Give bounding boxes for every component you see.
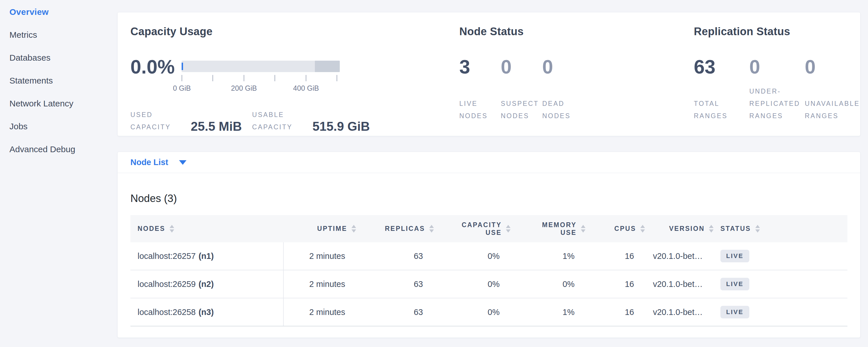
used-capacity-value: 25.5 MiB — [191, 120, 242, 133]
table-row-node-2[interactable]: localhost:26259 (n2) 2 minutes 63 0% 0% … — [130, 270, 847, 298]
under-replicated-ranges-stat: 0 UNDER-REPLICATED RANGES — [749, 56, 805, 122]
live-nodes-label: LIVE NODES — [459, 98, 501, 122]
replication-status-section: Replication Status 63 TOTAL RANGES 0 UND… — [681, 12, 860, 136]
axis-tick — [306, 75, 306, 81]
nodes-table: NODES UPTIME REPLICAS CAPACITY USE — [130, 215, 847, 326]
capacity-gauge: 0.0% 0 GiB — [130, 56, 446, 97]
node-list-body: Nodes (3) NODES UPTIME REPLICAS — [118, 192, 860, 326]
usable-capacity-value: 515.9 GiB — [313, 120, 370, 133]
total-ranges-value: 63 — [694, 56, 749, 78]
status-cell: LIVE — [714, 250, 847, 262]
nodes-table-header: NODES UPTIME REPLICAS CAPACITY USE — [130, 215, 847, 242]
usable-capacity-label: USABLE CAPACITY — [252, 109, 305, 133]
node-address-cell[interactable]: localhost:26257 (n1) — [130, 242, 284, 270]
column-header-cpus-label: CPUS — [614, 225, 636, 232]
capacity-bar — [182, 61, 340, 72]
node-id: (n1) — [198, 251, 214, 261]
used-capacity-label: USED CAPACITY — [130, 109, 183, 133]
node-address-cell[interactable]: localhost:26258 (n3) — [130, 298, 284, 326]
suspect-nodes-label: SUSPECT NODES — [501, 98, 542, 122]
column-header-version[interactable]: VERSION — [645, 225, 714, 232]
capacity-usage-title: Capacity Usage — [130, 26, 446, 38]
table-row-node-3[interactable]: localhost:26258 (n3) 2 minutes 63 0% 1% … — [130, 298, 847, 326]
node-status-title: Node Status — [459, 26, 681, 38]
column-header-memory-use[interactable]: MEMORY USE — [510, 221, 585, 236]
sidebar-item-advanced-debug[interactable]: Advanced Debug — [0, 138, 117, 161]
total-ranges-stat: 63 TOTAL RANGES — [694, 56, 749, 122]
axis-tick — [182, 75, 182, 81]
replicas-cell: 63 — [356, 251, 434, 261]
sidebar-item-overview[interactable]: Overview — [0, 1, 117, 24]
column-header-nodes[interactable]: NODES — [130, 225, 284, 232]
cpus-cell: 16 — [585, 308, 645, 317]
sidebar-item-network-latency[interactable]: Network Latency — [0, 92, 117, 115]
live-nodes-value: 3 — [459, 56, 501, 78]
suspect-nodes-value: 0 — [501, 56, 542, 78]
status-badge: LIVE — [720, 306, 749, 318]
sort-icon — [169, 225, 174, 232]
sort-icon — [640, 225, 645, 232]
status-cell: LIVE — [714, 278, 847, 290]
cpus-cell: 16 — [585, 280, 645, 289]
replicas-cell: 63 — [356, 280, 434, 289]
unavailable-ranges-label: UNAVAILABLE RANGES — [805, 98, 860, 122]
cpus-cell: 16 — [585, 251, 645, 261]
node-address: localhost:26258 — [137, 308, 196, 317]
node-status-section: Node Status 3 LIVE NODES 0 SUSPECT NODES… — [446, 12, 681, 136]
sidebar-item-metrics[interactable]: Metrics — [0, 24, 117, 46]
uptime-cell: 2 minutes — [284, 280, 356, 289]
node-status-stats: 3 LIVE NODES 0 SUSPECT NODES 0 DEAD NODE… — [459, 56, 681, 122]
cluster-summary-card: Capacity Usage 0.0% — [117, 12, 861, 136]
column-header-capacity-use[interactable]: CAPACITY USE — [434, 221, 510, 236]
axis-tick — [244, 75, 244, 81]
node-address: localhost:26257 — [137, 251, 196, 261]
sort-icon — [581, 225, 585, 232]
capacity-percent: 0.0% — [130, 56, 175, 97]
under-replicated-ranges-value: 0 — [749, 56, 805, 78]
under-replicated-ranges-label: UNDER-REPLICATED RANGES — [749, 85, 805, 122]
unavailable-ranges-stat: 0 UNAVAILABLE RANGES — [805, 56, 860, 122]
column-header-cpus[interactable]: CPUS — [585, 225, 645, 232]
column-header-memory-use-label: MEMORY USE — [531, 221, 577, 236]
column-header-uptime[interactable]: UPTIME — [284, 225, 356, 232]
memory-use-cell: 0% — [510, 280, 585, 289]
memory-use-cell: 1% — [510, 251, 585, 261]
sort-icon — [506, 225, 510, 232]
capacity-use-cell: 0% — [434, 308, 510, 317]
version-cell: v20.1.0-bet… — [645, 308, 714, 317]
capacity-use-cell: 0% — [434, 280, 510, 289]
status-badge: LIVE — [720, 278, 749, 290]
capacity-bar-area: 0 GiB 200 GiB 400 GiB — [182, 56, 340, 97]
axis-label-200: 200 GiB — [231, 84, 257, 92]
sort-icon — [429, 225, 434, 232]
sidebar: Overview Metrics Databases Statements Ne… — [0, 0, 117, 347]
uptime-cell: 2 minutes — [284, 308, 356, 317]
sidebar-item-jobs[interactable]: Jobs — [0, 115, 117, 138]
sidebar-item-databases[interactable]: Databases — [0, 46, 117, 69]
total-ranges-label: TOTAL RANGES — [694, 98, 749, 122]
chevron-down-icon — [179, 160, 186, 165]
sort-icon — [351, 225, 356, 232]
version-cell: v20.1.0-bet… — [645, 251, 714, 261]
column-header-nodes-label: NODES — [137, 225, 165, 232]
node-id: (n3) — [198, 308, 214, 317]
column-header-uptime-label: UPTIME — [317, 225, 347, 232]
sort-icon — [755, 225, 760, 232]
capacity-stats: USED CAPACITY 25.5 MiB USABLE CAPACITY 5… — [130, 109, 446, 133]
status-cell: LIVE — [714, 306, 847, 318]
node-list-dropdown[interactable]: Node List — [118, 152, 860, 173]
column-header-status[interactable]: STATUS — [714, 225, 847, 232]
column-header-replicas[interactable]: REPLICAS — [356, 225, 434, 232]
suspect-nodes-stat: 0 SUSPECT NODES — [501, 56, 542, 122]
sidebar-item-statements[interactable]: Statements — [0, 69, 117, 92]
column-header-version-label: VERSION — [669, 225, 705, 232]
capacity-axis: 0 GiB 200 GiB 400 GiB — [182, 75, 340, 97]
dead-nodes-value: 0 — [542, 56, 584, 78]
table-row-node-1[interactable]: localhost:26257 (n1) 2 minutes 63 0% 1% … — [130, 242, 847, 270]
column-header-status-label: STATUS — [720, 225, 751, 232]
node-address-cell[interactable]: localhost:26259 (n2) — [130, 270, 284, 298]
capacity-use-cell: 0% — [434, 251, 510, 261]
column-header-capacity-use-label: CAPACITY USE — [456, 221, 502, 236]
replication-status-title: Replication Status — [694, 26, 860, 38]
node-list-dropdown-label: Node List — [130, 158, 168, 167]
